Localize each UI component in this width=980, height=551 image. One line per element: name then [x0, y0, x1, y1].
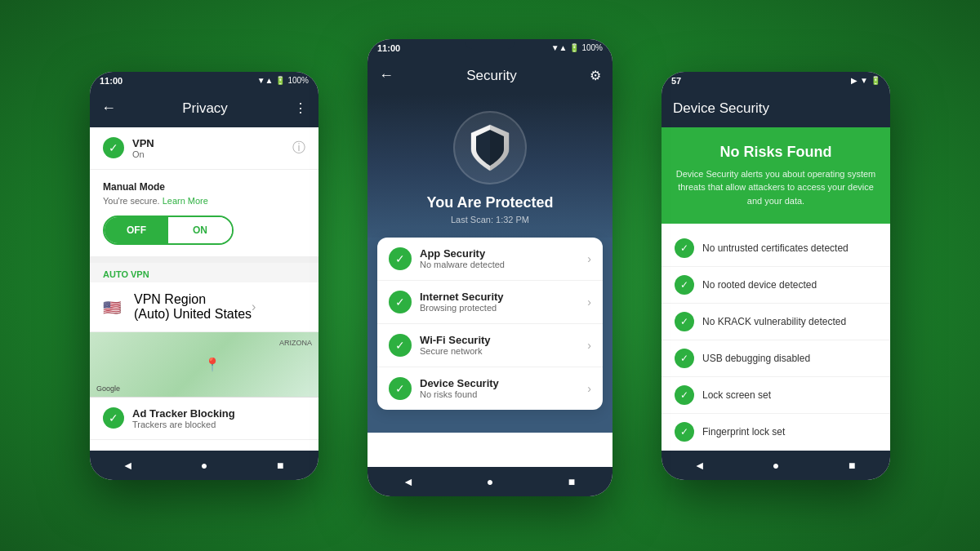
- settings-button[interactable]: ⚙: [590, 68, 601, 83]
- center-nav-back[interactable]: ◄: [400, 473, 416, 490]
- center-wifi-icon: ▼▲: [551, 43, 568, 52]
- vpn-toggle[interactable]: OFF ON: [103, 216, 234, 245]
- chevron-right-icon: ›: [252, 300, 256, 314]
- nav-back[interactable]: ◄: [120, 457, 136, 473]
- protected-text: You Are Protected: [426, 194, 553, 211]
- right-nav-bar: ◄ ● ■: [662, 451, 890, 480]
- check-label: USB debugging disabled: [702, 353, 810, 364]
- center-nav-recent[interactable]: ■: [564, 473, 580, 490]
- internet-security-item[interactable]: ✓ Internet Security Browsing protected ›: [377, 281, 603, 324]
- app-security-item[interactable]: ✓ App Security No malware detected ›: [377, 238, 603, 281]
- center-time: 11:00: [377, 43, 400, 53]
- check-icon: ✓: [675, 312, 694, 331]
- last-scan-text: Last Scan: 1:32 PM: [451, 215, 529, 224]
- wifi-security-sub: Secure network: [420, 346, 587, 356]
- internet-security-title: Internet Security: [420, 291, 587, 303]
- no-risks-subtitle: Device Security alerts you about operati…: [675, 167, 877, 208]
- right-play-icon: ▶: [851, 76, 858, 85]
- security-content: You Are Protected Last Scan: 1:32 PM ✓ A…: [368, 95, 612, 467]
- center-page-title: Security: [466, 68, 516, 84]
- right-nav-back[interactable]: ◄: [692, 457, 708, 473]
- device-security-title: Device Security: [420, 377, 587, 389]
- left-time: 11:00: [100, 76, 122, 86]
- map-label: Google: [96, 384, 120, 393]
- notch: [466, 39, 514, 49]
- chevron-right-icon: ›: [587, 382, 591, 395]
- wifi-security-title: Wi-Fi Security: [420, 334, 587, 346]
- vpn-item[interactable]: ✓ VPN On ⓘ: [90, 127, 318, 170]
- vpn-check: ✓: [103, 137, 124, 158]
- menu-button[interactable]: ⋮: [294, 100, 307, 116]
- toggle-off[interactable]: OFF: [105, 217, 168, 243]
- device-checks-list: ✓ No untrusted certificates detected ✓ N…: [662, 224, 890, 451]
- check-label: Fingerprint lock set: [702, 426, 785, 438]
- check-icon: ✓: [675, 422, 694, 442]
- ad-tracker-item[interactable]: ✓ Ad Tracker Blocking Trackers are block…: [90, 398, 318, 440]
- device-security-hero: No Risks Found Device Security alerts yo…: [662, 127, 890, 224]
- manual-mode-sub: You're secure. Learn More: [103, 196, 305, 206]
- shield-container: [453, 111, 527, 184]
- chevron-right-icon: ›: [587, 252, 591, 265]
- check-icon: ✓: [675, 349, 694, 368]
- right-battery-icon: 🔋: [871, 76, 880, 85]
- center-nav-home[interactable]: ●: [482, 473, 498, 490]
- back-button[interactable]: ←: [101, 100, 116, 117]
- check-item-lockscreen: ✓ Lock screen set: [662, 377, 890, 414]
- left-status-bar: 11:00 ▼▲ 🔋 100%: [90, 72, 318, 90]
- no-risks-title: No Risks Found: [675, 144, 877, 161]
- phones-container: 11:00 ▼▲ 🔋 100% ← Privacy ⋮ ✓ VPN On: [41, 23, 939, 529]
- left-status-icons: ▼▲ 🔋 100%: [257, 76, 309, 85]
- chevron-right-icon: ›: [587, 295, 591, 309]
- security-list: ✓ App Security No malware detected › ✓ I…: [377, 238, 603, 410]
- battery-percent: 100%: [287, 76, 309, 85]
- block-ad-trackers-item[interactable]: Block Ad Trackers: [90, 440, 318, 451]
- vpn-region-title: VPN Region: [134, 292, 252, 307]
- auto-vpn-label: AUTO VPN: [90, 263, 318, 282]
- center-nav-bar: ◄ ● ■: [368, 467, 612, 496]
- flag-icon: 🇺🇸: [103, 299, 126, 315]
- internet-security-sub: Browsing protected: [420, 303, 587, 313]
- nav-home[interactable]: ●: [196, 457, 212, 473]
- ad-tracker-title: Ad Tracker Blocking: [132, 407, 305, 420]
- device-security-item[interactable]: ✓ Device Security No risks found ›: [377, 367, 603, 410]
- center-status-icons: ▼▲ 🔋 100%: [551, 43, 603, 52]
- device-security-sub: No risks found: [420, 389, 587, 399]
- check-label: Lock screen set: [702, 389, 771, 401]
- security-list-wrapper: ✓ App Security No malware detected › ✓ I…: [368, 238, 612, 433]
- check-item-usb: ✓ USB debugging disabled: [662, 340, 890, 377]
- left-top-bar: ← Privacy ⋮: [90, 90, 318, 127]
- left-phone: 11:00 ▼▲ 🔋 100% ← Privacy ⋮ ✓ VPN On: [90, 72, 318, 480]
- device-security-check: ✓: [389, 377, 412, 400]
- center-battery-percent: 100%: [581, 43, 603, 52]
- check-icon: ✓: [675, 385, 694, 405]
- vpn-region-item[interactable]: 🇺🇸 VPN Region (Auto) United States ›: [90, 282, 318, 332]
- info-icon[interactable]: ⓘ: [292, 140, 305, 157]
- check-icon: ✓: [675, 275, 694, 295]
- wifi-security-item[interactable]: ✓ Wi-Fi Security Secure network ›: [377, 324, 603, 367]
- right-wifi-icon: ▼: [860, 76, 868, 85]
- check-label: No untrusted certificates detected: [702, 242, 849, 254]
- right-phone: 57 ▶ ▼ 🔋 Device Security No Risks Found …: [662, 72, 890, 480]
- toggle-on[interactable]: ON: [168, 217, 232, 243]
- manual-mode-section: Manual Mode You're secure. Learn More OF…: [90, 170, 318, 263]
- app-security-sub: No malware detected: [420, 260, 587, 269]
- right-nav-recent[interactable]: ■: [844, 457, 860, 473]
- manual-mode-title: Manual Mode: [103, 181, 305, 193]
- device-security-content: No Risks Found Device Security alerts yo…: [662, 127, 890, 451]
- vpn-title: VPN: [132, 137, 292, 149]
- vpn-subtitle: On: [132, 149, 292, 159]
- left-nav-bar: ◄ ● ■: [90, 451, 318, 480]
- learn-more-link[interactable]: Learn More: [163, 196, 208, 206]
- vpn-region-subtitle: (Auto) United States: [134, 307, 252, 322]
- right-nav-home[interactable]: ●: [768, 457, 784, 473]
- nav-recent[interactable]: ■: [272, 457, 288, 473]
- right-top-bar: Device Security: [662, 90, 890, 127]
- check-item-krack: ✓ No KRACK vulnerability detected: [662, 304, 890, 340]
- map-section: 📍 Google ARIZONA: [90, 332, 318, 398]
- right-status-icons: ▶ ▼ 🔋: [851, 76, 880, 85]
- page-title: Privacy: [182, 100, 228, 117]
- map-region-label: ARIZONA: [279, 339, 312, 347]
- check-item-rooted: ✓ No rooted device detected: [662, 267, 890, 304]
- app-security-check: ✓: [389, 247, 412, 270]
- center-back-button[interactable]: ←: [379, 67, 394, 84]
